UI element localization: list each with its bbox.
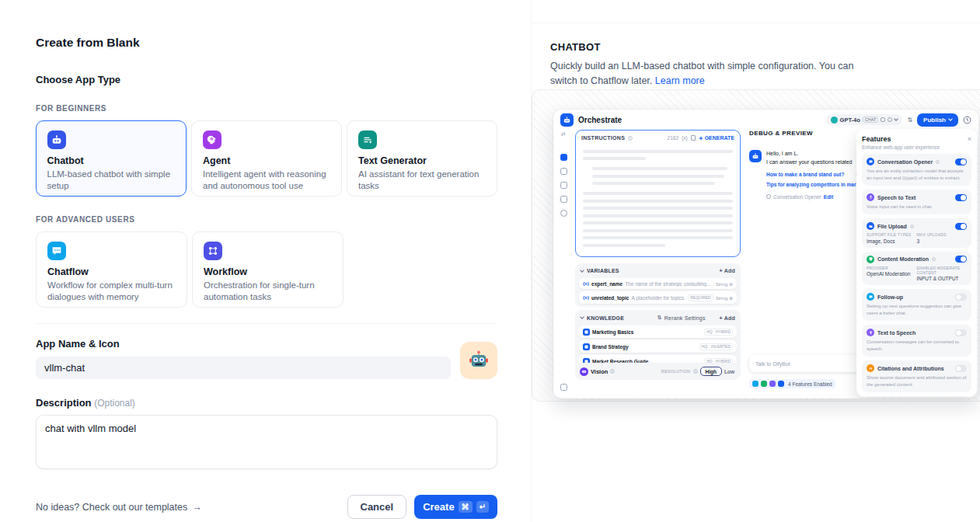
section-divider (36, 323, 497, 324)
variable-description: A placeholder for topics... (631, 295, 685, 301)
conversation-opener-icon (867, 158, 874, 165)
preview-sidebar: ⇄ (553, 130, 574, 398)
orchestrate-tab-icon (560, 154, 567, 161)
dataset-icon (583, 329, 590, 336)
app-type-card-chatbot[interactable]: Chatbot LLM-based chatbot with simple se… (36, 120, 187, 197)
suggestion-text: How to make a brand stand out? (766, 172, 844, 177)
workflow-icon (204, 242, 222, 260)
dataset-icon (583, 343, 590, 350)
dataset-name: Marketing Basics (592, 329, 633, 335)
app-type-card-chatflow[interactable]: Chatflow Workflow for complex multi-turn… (36, 231, 187, 308)
templates-link-text: No ideas? Check out our templates (36, 502, 187, 513)
instructions-skeleton (576, 143, 740, 249)
feature-conversation-opener: Conversation Opener You are an entity ex… (862, 154, 971, 186)
chatflow-icon (47, 242, 66, 260)
resolution-high-chip: High (700, 367, 722, 376)
suggested-question: How to make a brand stand out?Bes (766, 172, 865, 177)
bot-avatar-icon (749, 150, 762, 162)
features-subtitle: Enhance web-app user experience (862, 144, 971, 150)
model-mode-badge: CHAT (863, 117, 879, 123)
features-panel: Features × Enhance web-app user experien… (856, 129, 977, 397)
app-type-detail-panel: CHATBOT Quickly build an LLM-based chatb… (531, 0, 980, 522)
document-icon (560, 182, 567, 189)
model-temp-icon (888, 117, 892, 122)
card-title: Text Generator (358, 155, 486, 166)
enter-key-icon: ↵ (476, 501, 489, 513)
modal-footer: No ideas? Check out our templates → Canc… (36, 495, 497, 519)
variable-type: String ⊕ (716, 295, 733, 301)
opener-feature-icon (752, 381, 759, 387)
card-description: Intelligent agent with reasoning and aut… (203, 169, 330, 192)
suggestion-text: Tips for analyzing competitors in market (766, 182, 863, 187)
variable-name: unrelated_topic (591, 295, 629, 301)
description-label: Description (Optional) (36, 397, 497, 409)
app-type-card-agent[interactable]: Agent Intelligent agent with reasoning a… (191, 120, 342, 197)
modal-title: Create from Blank (36, 36, 497, 50)
card-title: Workflow (204, 266, 332, 277)
resolution-low-option: Low (724, 369, 734, 374)
cancel-button[interactable]: Cancel (347, 495, 407, 519)
knowledge-section: KNOWLEDGE ⇅Rerank Settings + Add Marketi… (575, 310, 741, 371)
variables-title: VARIABLES (587, 268, 619, 273)
bot-greeting-line2: I can answer your questions related (766, 158, 865, 167)
edit-link: Edit (824, 194, 833, 200)
globe-icon (560, 210, 567, 217)
chevron-down-icon (895, 117, 899, 121)
file-upload-icon (867, 222, 874, 230)
feature-text-to-speech: Text to Speech Conversation messages can… (862, 325, 971, 357)
bot-greeting-line1: Hello, I am L. (766, 150, 865, 158)
char-count: 2182 (668, 135, 678, 141)
agent-icon (203, 130, 221, 149)
app-name-input[interactable] (36, 357, 451, 379)
text-to-speech-icon (867, 329, 874, 336)
app-type-card-text-generator[interactable]: Text Generator AI assistant for text gen… (347, 120, 497, 197)
app-icon-picker[interactable] (460, 342, 497, 379)
variable-type: String ⊕ (716, 281, 733, 287)
description-textarea[interactable]: chat with vllm model (36, 415, 497, 469)
note-icon (560, 196, 567, 203)
speech-feature-icon (769, 381, 776, 387)
variable-row: {x} unrelated_topic A placeholder for to… (579, 291, 737, 304)
close-icon: × (968, 136, 971, 142)
create-button[interactable]: Create ⌘ ↵ (414, 495, 497, 519)
app-type-card-workflow[interactable]: Workflow Orchestration for single-turn a… (192, 231, 344, 308)
feature-file-upload: File Upload SUPPORT FILE TYPESImage, Doc… (862, 218, 971, 248)
variable-name: expert_name (591, 281, 623, 287)
add-knowledge-button: + Add (720, 315, 735, 321)
toggle-switch (955, 158, 967, 165)
learn-more-link[interactable]: Learn more (655, 75, 705, 86)
opener-icon (766, 194, 771, 199)
model-provider-icon (831, 117, 838, 124)
opener-label: Conversation Opener (773, 194, 821, 200)
info-icon (932, 257, 936, 261)
upload-feature-icon (778, 381, 784, 387)
knowledge-row: Brand Strategy HQ · INVERTED (579, 340, 737, 353)
features-enabled-bar: 4 Features Enabled (749, 379, 835, 388)
toggle-switch (955, 256, 967, 263)
toggle-switch (955, 365, 967, 372)
robot-emoji-icon (468, 350, 490, 371)
app-avatar-icon (560, 113, 574, 127)
speech-to-text-icon (867, 193, 874, 201)
image-icon (560, 168, 567, 175)
chatbot-preview-area: Orchestrate GPT-4o CHAT ⇅ Publish (532, 89, 980, 402)
follow-up-icon (867, 293, 874, 301)
debug-preview-title: DEBUG & PREVIEW (749, 130, 863, 137)
vision-label: Vision (591, 368, 608, 375)
moderation-feature-icon (761, 381, 767, 387)
model-settings-icon (881, 117, 885, 122)
generate-button: GENERATE (699, 135, 734, 141)
rerank-icon: ⇅ (657, 315, 662, 321)
debug-preview-column: DEBUG & PREVIEW Hello, I am L. I can ans… (749, 130, 863, 398)
variable-icon: {x} (583, 295, 589, 300)
model-name: GPT-4o (840, 117, 860, 124)
detail-description: Quickly build an LLM-based chatbot with … (550, 59, 860, 89)
info-icon (936, 160, 940, 164)
top-strip (532, 0, 980, 23)
conversation-opener-note: Conversation Opener Edit (766, 194, 865, 200)
features-title: Features (862, 135, 891, 143)
card-title: Chatflow (47, 266, 176, 277)
browse-templates-link[interactable]: No ideas? Check out our templates → (36, 502, 202, 513)
suggested-question: Tips for analyzing competitors in market (766, 182, 865, 187)
dataset-badge: HQ · INVERTED (699, 343, 733, 350)
